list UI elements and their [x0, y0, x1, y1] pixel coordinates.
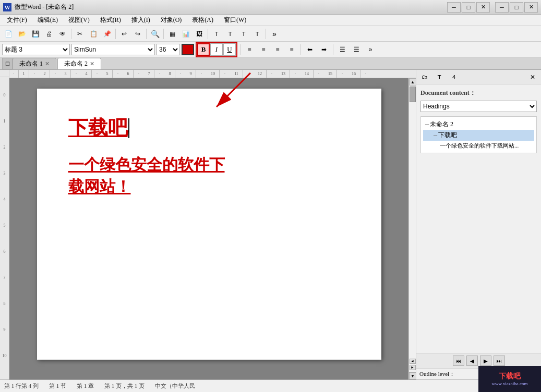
sep2 [115, 29, 116, 39]
format-btn4[interactable]: T [251, 28, 263, 40]
tree-item1-label: 下载吧 [438, 131, 457, 140]
nav-prev-button[interactable]: ◀ [466, 356, 478, 366]
doc-container: · 1 · 2 · 3 · 4 · 5 · 6 · 7 · 8 · 9 · 10 [9, 70, 416, 379]
align-center-button[interactable]: ≡ [257, 43, 270, 56]
sep4 [163, 29, 164, 39]
tab-unnamed1[interactable]: 未命名 1 ✕ [13, 58, 56, 69]
underline-button[interactable]: U [223, 43, 236, 56]
tree-item-2[interactable]: 一个绿色安全的软件下载网站... [423, 141, 534, 151]
menu-file[interactable]: 文件(F) [2, 14, 32, 26]
image-button[interactable]: 🖼 [193, 28, 206, 40]
tree-item-1[interactable]: ─ 下载吧 [423, 130, 534, 141]
justify-button[interactable]: ≡ [285, 43, 298, 56]
align-right-button[interactable]: ≡ [271, 43, 284, 56]
panel-btn1[interactable]: 🗂 [418, 71, 431, 83]
paste-button[interactable]: 📌 [101, 28, 113, 40]
save-button[interactable]: 💾 [29, 28, 42, 40]
nav-first-button[interactable]: ⏮ [453, 356, 464, 366]
panel-close-btn[interactable]: ✕ [526, 71, 539, 83]
document-area[interactable]: 下载吧 一个绿色安全的软件下载网站！ [9, 78, 408, 379]
outline-level-label: Outline level： [419, 370, 455, 378]
heading2-text[interactable]: 一个绿色安全的软件下载网站！ [68, 154, 235, 198]
list2-button[interactable]: ☰ [350, 43, 363, 56]
sep5 [208, 29, 208, 39]
format-toolbar: 标题 3 SimSun 36 B I U ≡ ≡ ≡ ≡ ⬅ ➡ ☰ ☰ » [0, 42, 541, 57]
format-btn1[interactable]: T [210, 28, 223, 40]
undo-button[interactable]: ↩ [118, 28, 130, 40]
menu-edit[interactable]: 编辑(E) [33, 14, 63, 26]
list1-button[interactable]: ☰ [336, 43, 348, 56]
format-btn3[interactable]: T [237, 28, 250, 40]
vertical-scrollbar[interactable]: ▲ ◄ ► ▼ [408, 78, 416, 379]
tab1-close[interactable]: ✕ [45, 60, 50, 67]
tab-unnamed2[interactable]: 未命名 2 ✕ [57, 58, 101, 69]
more-btn[interactable]: » [268, 28, 281, 40]
chart-button[interactable]: 📊 [179, 28, 192, 40]
tab1-label: 未命名 1 [19, 59, 43, 68]
minimize-button[interactable]: ─ [447, 2, 461, 13]
panel-btn2[interactable]: T [433, 71, 446, 83]
tree-view: ─ 未命名 2 ─ 下载吧 一个绿色安全的软件下载网站... [420, 116, 537, 153]
cut-button[interactable]: ✂ [74, 28, 86, 40]
menu-view[interactable]: 视图(V) [64, 14, 94, 26]
table-button[interactable]: ▦ [166, 28, 178, 40]
content-area: 0 1 2 3 4 5 6 7 8 9 10 · 1 · 2 · 3 · 4 [0, 70, 541, 379]
redo-button[interactable]: ↪ [131, 28, 144, 40]
doc-minimize-button[interactable]: ─ [495, 2, 509, 13]
new-button[interactable]: 📄 [2, 28, 15, 40]
style-select[interactable]: 标题 3 [2, 44, 70, 55]
fmt-sep2 [300, 44, 301, 55]
watermark-text1: 下载吧 [499, 372, 521, 381]
align-left-button[interactable]: ≡ [243, 43, 256, 56]
doc-maximize-button[interactable]: □ [510, 2, 523, 13]
text-cursor [128, 118, 129, 138]
more-fmt-btn[interactable]: » [364, 43, 377, 56]
headings-select[interactable]: Headings [420, 101, 537, 112]
format-btn2[interactable]: T [224, 28, 236, 40]
find-button[interactable]: 🔍 [149, 28, 161, 40]
ruler-marks: · 1 · 2 · 3 · 4 · 5 · 6 · 7 · 8 · 9 · 10 [9, 70, 371, 78]
tab-new-icon[interactable]: ☐ [2, 58, 13, 69]
menu-window[interactable]: 窗口(W) [219, 14, 251, 26]
tree-root-label: 未命名 2 [430, 120, 453, 129]
print-button[interactable]: 🖨 [43, 28, 55, 40]
title-controls: ─ □ ✕ ─ □ ✕ [447, 2, 538, 13]
menu-insert[interactable]: 插入(I) [127, 14, 155, 26]
size-select[interactable]: 36 [157, 44, 180, 55]
bold-button[interactable]: B [197, 43, 210, 56]
doc-content-label: Document content： [420, 89, 537, 97]
panel-btn3[interactable]: 4 [448, 71, 460, 83]
nav-next-button[interactable]: ▶ [480, 356, 491, 366]
close-button[interactable]: ✕ [476, 2, 490, 13]
open-button[interactable]: 📂 [16, 28, 28, 40]
panel-toolbar: 🗂 T 4 ✕ [416, 70, 541, 84]
scroll-right-btn[interactable]: ► [410, 365, 416, 370]
scroll-up-button[interactable]: ▲ [409, 78, 416, 85]
copy-button[interactable]: 📋 [87, 28, 100, 40]
tree-minus-icon: ─ [425, 121, 429, 127]
scroll-down-button[interactable]: ▼ [409, 372, 416, 379]
italic-button[interactable]: I [210, 43, 223, 56]
tab2-close[interactable]: ✕ [90, 60, 94, 67]
sep6 [266, 29, 266, 39]
menu-format[interactable]: 格式(R) [95, 14, 126, 26]
doc-close-button[interactable]: ✕ [524, 2, 538, 13]
indent-inc-button[interactable]: ➡ [318, 43, 330, 56]
tree-item2-label: 一个绿色安全的软件下载网站... [440, 142, 519, 150]
menu-object[interactable]: 对象(O) [156, 14, 187, 26]
watermark-text2: www.xiazaiba.com [492, 381, 528, 386]
indent-dec-button[interactable]: ⬅ [304, 43, 316, 56]
menu-table[interactable]: 表格(A) [187, 14, 218, 26]
heading1-text[interactable]: 下载吧 [68, 115, 350, 141]
tree-item1-icon: ─ [434, 132, 437, 138]
nav-last-button[interactable]: ⏭ [494, 356, 505, 366]
watermark: 下载吧 www.xiazaiba.com [478, 366, 541, 392]
title-text: 微型Word - [未命名 2] [15, 3, 447, 11]
scroll-left-btn[interactable]: ◄ [410, 359, 416, 364]
font-color-button[interactable] [182, 44, 194, 55]
preview-button[interactable]: 👁 [56, 28, 69, 40]
scroll-thumb[interactable] [410, 87, 416, 102]
font-select[interactable]: SimSun [71, 44, 155, 55]
tree-root[interactable]: ─ 未命名 2 [423, 119, 534, 130]
maximize-button[interactable]: □ [462, 2, 475, 13]
